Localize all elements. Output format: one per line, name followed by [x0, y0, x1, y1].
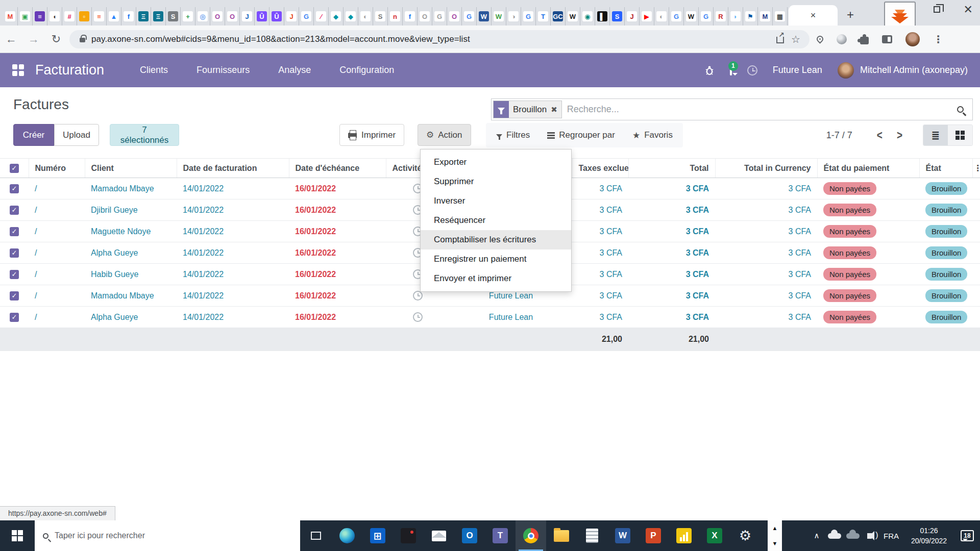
browser-tab[interactable]: T — [536, 7, 551, 26]
list-view-button[interactable]: ≣ — [923, 125, 948, 145]
action-button[interactable]: ⚙ Action — [418, 124, 471, 146]
browser-tab[interactable]: O — [418, 7, 432, 26]
col-total-currency[interactable]: Total in Currency — [715, 159, 817, 178]
invoice-row[interactable]: ✓/Alpha Gueye14/01/202216/01/2022Future … — [0, 307, 980, 328]
browser-tab[interactable]: W — [566, 7, 580, 26]
row-checkbox[interactable]: ✓ — [10, 313, 19, 322]
taskbar-app-excel[interactable]: X — [699, 520, 730, 551]
browser-tab[interactable]: S — [610, 7, 625, 26]
browser-tab[interactable]: W — [684, 7, 699, 26]
window-close-icon[interactable]: ✕ — [964, 3, 973, 16]
taskbar-app-teams[interactable]: T — [485, 520, 516, 551]
taskbar-app-edge[interactable] — [332, 520, 362, 551]
browser-tab[interactable]: J — [240, 7, 255, 26]
browser-tab[interactable]: ◆ — [329, 7, 344, 26]
taskbar-app-mail[interactable] — [424, 520, 454, 551]
browser-tab[interactable]: ◗ — [728, 7, 743, 26]
browser-tab[interactable]: Ξ — [151, 7, 166, 26]
browser-tab[interactable]: G — [432, 7, 447, 26]
browser-tab[interactable]: ◐ — [358, 7, 373, 26]
facet-remove-icon[interactable]: ✖ — [551, 105, 557, 114]
onedrive-cloud-icon[interactable] — [828, 533, 841, 539]
browser-tab[interactable]: f — [403, 7, 418, 26]
col-total[interactable]: Total — [628, 159, 715, 178]
browser-tab[interactable]: # — [62, 7, 77, 26]
location-pin-icon[interactable] — [815, 34, 824, 43]
browser-tab[interactable]: ⚑ — [743, 7, 758, 26]
browser-tab[interactable]: Û — [270, 7, 284, 26]
filters-button[interactable]: Filtres — [496, 130, 530, 140]
browser-tab[interactable]: GC — [551, 7, 566, 26]
scroll-down-icon[interactable]: ▼ — [768, 536, 782, 551]
row-checkbox[interactable]: ✓ — [10, 206, 19, 215]
forward-icon[interactable]: → — [22, 33, 45, 46]
language-indicator[interactable]: FRA — [879, 532, 903, 540]
onedrive-cloud-gray-icon[interactable] — [846, 533, 860, 539]
action-menu-item[interactable]: Inverser — [421, 191, 571, 211]
browser-tab[interactable]: G — [699, 7, 714, 26]
taskbar-app-explorer[interactable] — [546, 520, 577, 551]
browser-profile-avatar[interactable] — [905, 32, 920, 46]
browser-tab[interactable]: ∕ — [314, 7, 329, 26]
row-checkbox[interactable]: ✓ — [10, 270, 19, 279]
search-input[interactable] — [562, 104, 957, 115]
bookmark-star-icon[interactable]: ☆ — [791, 33, 800, 45]
extensions-puzzle-icon[interactable] — [860, 37, 869, 44]
groupby-button[interactable]: Regrouper par — [547, 130, 615, 140]
browser-tab[interactable]: ◐ — [654, 7, 669, 26]
browser-tab[interactable]: M — [758, 7, 773, 26]
taskbar-app-powerpoint[interactable]: P — [638, 520, 669, 551]
optional-columns-icon[interactable]: ⋮ — [972, 159, 980, 178]
browser-tab[interactable]: f — [121, 7, 136, 26]
col-client[interactable]: Client — [85, 159, 177, 178]
browser-tab[interactable]: ◑ — [506, 7, 521, 26]
browser-tab[interactable]: ◎ — [195, 7, 210, 26]
browser-tab[interactable]: ≡ — [33, 7, 47, 26]
browser-tab[interactable]: G — [669, 7, 684, 26]
print-button[interactable]: Imprimer — [339, 124, 404, 146]
debug-bug-icon[interactable] — [704, 65, 715, 76]
browser-tab[interactable]: G — [462, 7, 477, 26]
user-menu[interactable]: Mitchell Admin (axonepay) — [860, 65, 968, 76]
action-menu-item[interactable]: Reséquencer — [421, 211, 571, 230]
taskbar-app-outlook[interactable]: O — [454, 520, 485, 551]
browser-tab[interactable]: G — [521, 7, 536, 26]
volume-icon[interactable] — [867, 533, 872, 539]
share-icon[interactable] — [776, 37, 784, 43]
taskbar-app-settings[interactable]: ⚙ — [730, 520, 761, 551]
back-icon[interactable]: ← — [0, 33, 22, 46]
messages-icon[interactable]: 1 — [730, 66, 732, 75]
window-restore-icon[interactable] — [934, 6, 940, 13]
user-avatar[interactable] — [838, 62, 854, 79]
browser-tab[interactable]: S — [166, 7, 181, 26]
company-switcher[interactable]: Future Lean — [773, 65, 822, 76]
col-date-facturation[interactable]: Date de facturation — [177, 159, 289, 178]
pager-prev-icon[interactable]: < — [877, 128, 883, 143]
action-menu-item[interactable]: Supprimer — [421, 172, 571, 191]
start-button[interactable] — [0, 520, 35, 551]
menu-clients[interactable]: Clients — [140, 65, 168, 76]
browser-tab[interactable]: M — [3, 7, 18, 26]
taskbar-search-input[interactable] — [55, 531, 279, 540]
selected-count-button[interactable]: 7 sélectionnés — [110, 124, 179, 146]
activity-clock-icon[interactable] — [413, 312, 423, 322]
app-title[interactable]: Facturation — [35, 62, 104, 78]
activities-clock-icon[interactable] — [747, 65, 757, 76]
new-tab-button[interactable]: + — [843, 7, 858, 22]
browser-tab[interactable]: ▣ — [18, 7, 33, 26]
browser-tab[interactable]: O — [447, 7, 462, 26]
activity-clock-icon[interactable] — [413, 291, 423, 300]
action-menu-item[interactable]: Envoyer et imprimer — [421, 269, 571, 288]
active-browser-tab[interactable]: × — [789, 5, 838, 26]
address-bar[interactable]: pay.axone-sn.com/web#cids=9&menu_id=108&… — [69, 30, 810, 48]
browser-tab[interactable]: ◉ — [580, 7, 595, 26]
extension-ball-icon[interactable] — [837, 34, 847, 44]
side-panel-icon[interactable] — [882, 35, 892, 43]
browser-tab[interactable]: Û — [255, 7, 270, 26]
reload-icon[interactable]: ↻ — [45, 33, 67, 46]
browser-tab[interactable]: ▫ — [77, 7, 92, 26]
browser-tab[interactable]: ◖ — [47, 7, 62, 26]
browser-tab[interactable]: Ξ — [136, 7, 151, 26]
browser-tab[interactable]: + — [181, 7, 195, 26]
col-numero[interactable]: Numéro — [29, 159, 85, 178]
